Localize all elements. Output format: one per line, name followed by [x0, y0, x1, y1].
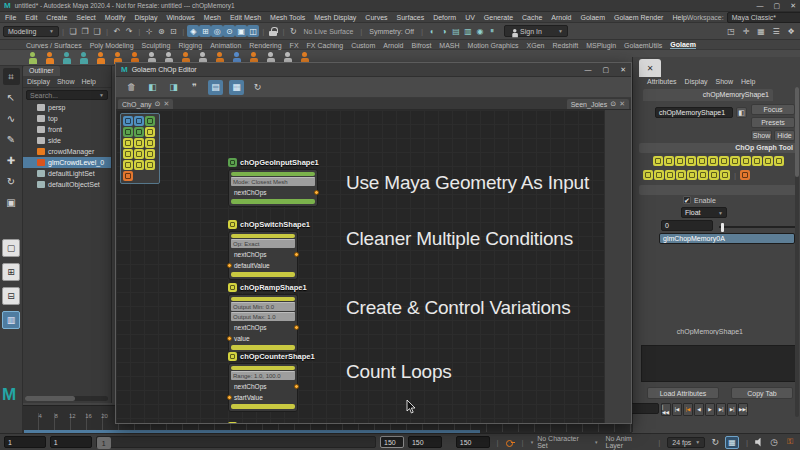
menu-display[interactable]: Display	[134, 14, 157, 21]
layout-vertical-icon[interactable]: ◨	[166, 80, 181, 95]
playback-speed-icon[interactable]: ◷	[768, 436, 780, 448]
sound-icon[interactable]	[755, 438, 764, 447]
node-type-icon-14[interactable]	[145, 160, 155, 170]
shelf-tab-custom[interactable]: Custom	[351, 42, 375, 49]
chop-side-pane[interactable]	[604, 110, 631, 423]
graph-tool-node-icon-5[interactable]	[708, 156, 718, 166]
menu-golaem[interactable]: Golaem	[581, 14, 606, 21]
node-field[interactable]: Op: Exact	[231, 239, 295, 248]
select-by-object-icon[interactable]: ⊛	[155, 25, 167, 37]
shelf-tab-golaemutils[interactable]: GolaemUtils	[624, 42, 662, 49]
outliner-item-front[interactable]: front	[23, 124, 111, 135]
shelf-tab-golaem[interactable]: Golaem	[670, 41, 696, 49]
graph-tool-node-icon-3[interactable]	[686, 156, 696, 166]
ae-menu-show[interactable]: Show	[716, 78, 734, 85]
node-field[interactable]: Output Min: 0.0	[231, 302, 295, 311]
close-button[interactable]: ✕	[790, 2, 796, 10]
node-field[interactable]: Mode: Closest Mesh	[231, 177, 315, 186]
menu-mesh-tools[interactable]: Mesh Tools	[270, 14, 305, 21]
transport-button-3[interactable]: ◀	[694, 403, 704, 416]
node-port-startValue[interactable]: startValue	[230, 392, 296, 403]
transport-button-7[interactable]: ▶▶|	[738, 403, 748, 416]
menu-surfaces[interactable]: Surfaces	[397, 14, 425, 21]
chop-node-body[interactable]: Output Min: 0.0Output Max: 1.0nextChOpsv…	[228, 294, 298, 353]
delete-icon[interactable]: 🗑	[124, 80, 139, 95]
presets-button[interactable]: Presets	[751, 117, 795, 128]
graph-tool-node-icon-6[interactable]	[719, 156, 729, 166]
focus-button[interactable]: Focus	[751, 104, 795, 115]
fps-dropdown[interactable]: 24 fps▼	[667, 437, 705, 448]
layout-outliner-persp[interactable]: ▥	[2, 311, 20, 329]
menu-file[interactable]: File	[5, 14, 16, 21]
port-dot[interactable]	[294, 252, 299, 257]
node-type-icon-1[interactable]	[134, 116, 144, 126]
enable-checkbox[interactable]: ✔ Enable	[683, 196, 716, 204]
node-type-icon-7[interactable]	[134, 138, 144, 148]
port-dot[interactable]	[227, 263, 232, 268]
menu-deform[interactable]: Deform	[433, 14, 456, 21]
attribute-editor-icon[interactable]: ☰	[770, 25, 782, 37]
save-scene-icon[interactable]: ❑	[91, 25, 103, 37]
undo-icon[interactable]: ↶	[111, 25, 123, 37]
graph-tool-node-icon-15[interactable]	[676, 170, 686, 180]
node-type-icon-8[interactable]	[145, 138, 155, 148]
sign-in-dropdown[interactable]: Sign In ▼	[504, 25, 568, 37]
outliner-item-top[interactable]: top	[23, 113, 111, 124]
auto-keyframe-toggle[interactable]: ▦	[725, 436, 739, 449]
outliner-search-input[interactable]: Search...▼	[26, 90, 108, 100]
menu-windows[interactable]: Windows	[166, 14, 194, 21]
menu-mesh-display[interactable]: Mesh Display	[314, 14, 356, 21]
quote-icon[interactable]: ❞	[187, 80, 202, 95]
chop-minimize-button[interactable]: —	[585, 66, 592, 74]
node-type-icon-15[interactable]	[123, 171, 133, 181]
golaem-terrain-icon[interactable]	[77, 51, 90, 64]
set-key-icon[interactable]	[506, 438, 515, 447]
node-type-icon-0[interactable]	[123, 116, 133, 126]
shelf-tab-rendering[interactable]: Rendering	[249, 42, 281, 49]
menu-create[interactable]: Create	[46, 14, 67, 21]
golaem-visual-feedback-icon[interactable]	[60, 51, 73, 64]
shelf-tab-motion-graphics[interactable]: Motion Graphics	[468, 42, 519, 49]
shelf-tab-msplugin[interactable]: MSPlugin	[586, 42, 616, 49]
chop-maximize-button[interactable]: ▢	[603, 66, 610, 74]
outliner-menu-help[interactable]: Help	[81, 78, 95, 85]
render-settings-icon[interactable]: ▤	[450, 25, 462, 37]
menu-modify[interactable]: Modify	[105, 14, 126, 21]
node-port-nextChOps[interactable]: nextChOps	[230, 322, 296, 333]
node-type-icon-11[interactable]	[145, 149, 155, 159]
graph-tool-node-icon-17[interactable]	[698, 170, 708, 180]
ae-menu-attributes[interactable]: Attributes	[647, 78, 677, 85]
chop-graph-tool-section[interactable]: ChOp Graph Tool	[639, 143, 797, 153]
shelf-tab-curves-surfaces[interactable]: Curves / Surfaces	[26, 42, 82, 49]
node-port-nextChOps[interactable]: nextChOps	[230, 249, 296, 260]
chop-node-chOpMemoryShape1[interactable]: chOpMemoryShape1Slot: 0 - glmChOpM...nex…	[228, 422, 300, 423]
tool-settings-icon[interactable]: ❖	[785, 25, 797, 37]
refresh-icon[interactable]: ↻	[250, 80, 265, 95]
chop-node-body[interactable]: Mode: Closest MeshnextChOps	[228, 169, 318, 207]
node-type-icon-3[interactable]	[123, 127, 133, 137]
chop-side-tab[interactable]: Seen_Joles⊙✕	[567, 99, 629, 109]
layout-horizontal-icon[interactable]: ◧	[145, 80, 160, 95]
lock-icon[interactable]	[267, 25, 279, 37]
character-controls-icon[interactable]: ✛	[740, 25, 752, 37]
golaem-entity-icon[interactable]	[43, 51, 56, 64]
shelf-tab-bifrost[interactable]: Bifrost	[412, 42, 432, 49]
shelf-tab-animation[interactable]: Animation	[210, 42, 241, 49]
node-port-nextChOps[interactable]: nextChOps	[230, 381, 296, 392]
graph-tool-delete-icon[interactable]	[740, 170, 750, 180]
shelf-tab-sculpting[interactable]: Sculpting	[142, 42, 171, 49]
node-type-icon-4[interactable]	[134, 127, 144, 137]
node-type-icon-12[interactable]	[123, 160, 133, 170]
graph-tool-node-icon-13[interactable]	[654, 170, 664, 180]
port-dot[interactable]	[294, 325, 299, 330]
chop-node-chOpGeoInputShape1[interactable]: chOpGeoInputShape1Mode: Closest Meshnext…	[228, 158, 318, 207]
graph-tool-node-icon-4[interactable]	[697, 156, 707, 166]
ae-menu-help[interactable]: Help	[741, 78, 755, 85]
type-dropdown[interactable]: Float▼	[681, 207, 727, 218]
panel-close-tab[interactable]: ✕	[639, 59, 661, 77]
shelf-tab-xgen[interactable]: XGen	[527, 42, 545, 49]
node-type-icon-5[interactable]	[145, 127, 155, 137]
initial-value-field[interactable]: 0	[661, 220, 713, 231]
shelf-tab-fx[interactable]: FX	[290, 42, 299, 49]
current-frame-spinner[interactable]: 150	[380, 436, 404, 448]
